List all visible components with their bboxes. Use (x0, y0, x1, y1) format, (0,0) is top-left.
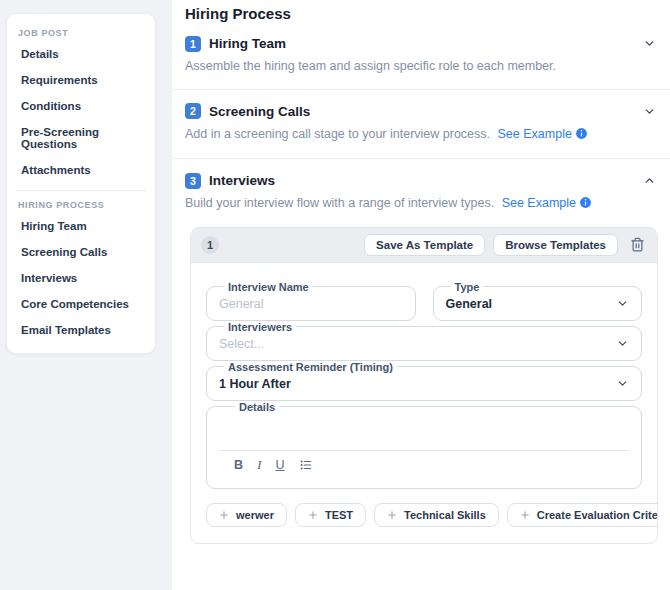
sidebar-section-label-job-post: JOB POST (18, 28, 147, 38)
plus-icon (520, 510, 530, 520)
sidebar-divider (17, 190, 147, 191)
details-fieldset: Details B I U (206, 401, 642, 489)
interviewers-select[interactable]: Select... (219, 334, 629, 352)
interview-name-fieldset: Interview Name (206, 281, 416, 321)
collapse-toggle-button[interactable] (641, 35, 658, 52)
sidebar-item-requirements[interactable]: Requirements (17, 67, 147, 93)
sidebar-item-conditions[interactable]: Conditions (17, 93, 147, 119)
section-description: Build your interview flow with a range o… (185, 196, 658, 214)
section-title: Interviews (209, 173, 633, 188)
plus-icon (219, 510, 229, 520)
sidebar-item-pre-screening-questions[interactable]: Pre-Screening Questions (17, 119, 147, 157)
sidebar: JOB POST Details Requirements Conditions… (6, 13, 156, 354)
tag-label: Technical Skills (404, 509, 486, 521)
plus-icon (308, 510, 318, 520)
interview-name-input[interactable] (219, 294, 403, 312)
interview-name-label: Interview Name (224, 281, 313, 293)
chevron-down-icon (643, 37, 656, 50)
info-icon[interactable] (575, 127, 588, 145)
interviewers-select-placeholder: Select... (219, 337, 264, 351)
sidebar-item-core-competencies[interactable]: Core Competencies (17, 291, 147, 317)
section-screening-calls: 2 Screening Calls Add in a screening cal… (172, 90, 670, 160)
collapse-toggle-button[interactable] (641, 172, 658, 189)
section-description: Add in a screening call stage to your in… (185, 127, 658, 145)
sidebar-section-label-hiring-process: HIRING PROCESS (18, 200, 147, 210)
chevron-down-icon (643, 105, 656, 118)
plus-icon (387, 510, 397, 520)
section-hiring-team: 1 Hiring Team Assemble the hiring team a… (172, 22, 670, 90)
interview-card: 1 Save As Template Browse Templates Inte… (190, 227, 658, 544)
section-interviews-header: 3 Interviews (185, 172, 658, 189)
type-fieldset: Type General (433, 281, 643, 321)
chevron-down-icon (616, 377, 629, 390)
tag-button-test[interactable]: TEST (295, 503, 366, 527)
save-as-template-button[interactable]: Save As Template (364, 234, 485, 256)
section-description-text: Add in a screening call stage to your in… (185, 127, 490, 141)
tag-button-technical-skills[interactable]: Technical Skills (374, 503, 499, 527)
section-title: Screening Calls (209, 104, 633, 119)
interview-card-header: 1 Save As Template Browse Templates (191, 228, 657, 263)
see-example-link[interactable]: See Example (498, 127, 572, 141)
trash-icon (630, 237, 645, 252)
see-example-link[interactable]: See Example (502, 196, 576, 210)
sidebar-item-hiring-team[interactable]: Hiring Team (17, 213, 147, 239)
section-title: Hiring Team (209, 36, 633, 51)
interview-index-badge: 1 (201, 236, 219, 254)
create-evaluation-criteria-button[interactable]: Create Evaluation Criteria (507, 503, 658, 527)
sidebar-item-details[interactable]: Details (17, 41, 147, 67)
rich-text-toolbar: B I U (219, 450, 629, 480)
bullet-list-icon (299, 458, 313, 472)
tag-button-werwer[interactable]: werwer (206, 503, 287, 527)
type-select-value: General (446, 297, 493, 311)
info-icon[interactable] (579, 196, 592, 214)
main-panel: Hiring Process 1 Hiring Team Assemble th… (172, 0, 670, 590)
section-number-badge: 2 (185, 103, 201, 119)
type-label: Type (451, 281, 484, 293)
tag-label: Create Evaluation Criteria (537, 509, 658, 521)
section-number-badge: 3 (185, 173, 201, 189)
page-title: Hiring Process (172, 0, 670, 22)
section-description: Assemble the hiring team and assign spec… (185, 59, 658, 75)
assessment-reminder-value: 1 Hour After (219, 377, 291, 391)
assessment-reminder-label: Assessment Reminder (Timing) (224, 361, 397, 373)
italic-button[interactable]: I (250, 455, 269, 475)
underline-button[interactable]: U (269, 456, 292, 474)
tag-label: TEST (325, 509, 353, 521)
bullet-list-button[interactable] (292, 456, 320, 474)
details-editor[interactable] (219, 414, 629, 450)
assessment-reminder-fieldset: Assessment Reminder (Timing) 1 Hour Afte… (206, 361, 642, 401)
section-number-badge: 1 (185, 36, 201, 52)
sidebar-item-attachments[interactable]: Attachments (17, 157, 147, 183)
section-screening-calls-header: 2 Screening Calls (185, 103, 658, 120)
chevron-down-icon (616, 337, 629, 350)
details-label: Details (235, 401, 279, 413)
section-hiring-team-header: 1 Hiring Team (185, 35, 658, 52)
chevron-up-icon (643, 174, 656, 187)
delete-interview-button[interactable] (628, 235, 647, 254)
sidebar-item-email-templates[interactable]: Email Templates (17, 317, 147, 343)
name-type-row: Interview Name Type General (206, 281, 642, 321)
interviewers-fieldset: Interviewers Select... (206, 321, 642, 361)
tag-label: werwer (236, 509, 274, 521)
sidebar-item-interviews[interactable]: Interviews (17, 265, 147, 291)
interviewers-label: Interviewers (224, 321, 296, 333)
chevron-down-icon (616, 297, 629, 310)
assessment-reminder-select[interactable]: 1 Hour After (219, 374, 629, 392)
section-interviews: 3 Interviews Build your interview flow w… (172, 159, 670, 558)
sidebar-item-screening-calls[interactable]: Screening Calls (17, 239, 147, 265)
type-select[interactable]: General (446, 294, 630, 312)
browse-templates-button[interactable]: Browse Templates (493, 234, 618, 256)
bold-button[interactable]: B (227, 456, 250, 474)
evaluation-criteria-row: werwer TEST Technical Skills Create Eval… (206, 503, 642, 527)
section-description-text: Build your interview flow with a range o… (185, 196, 494, 210)
interview-card-body: Interview Name Type General (191, 263, 657, 543)
section-description-text: Assemble the hiring team and assign spec… (185, 59, 556, 73)
collapse-toggle-button[interactable] (641, 103, 658, 120)
